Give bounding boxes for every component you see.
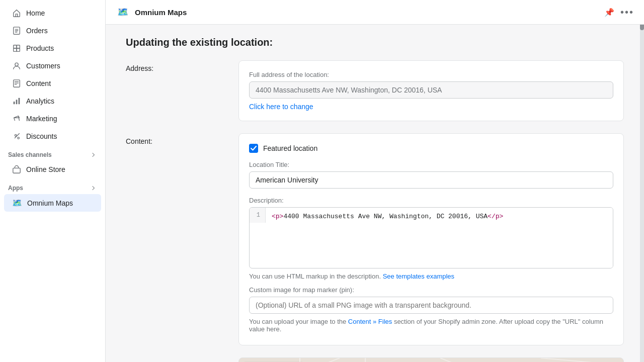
line-number-1: 1	[250, 208, 266, 223]
check-icon	[251, 146, 257, 151]
omnium-maps-icon: 🗺️	[12, 198, 22, 208]
featured-location-label: Featured location	[263, 144, 317, 152]
svg-line-21	[440, 358, 541, 362]
position-label: Position on Map:	[126, 357, 226, 362]
sidebar-label-home: Home	[26, 9, 45, 17]
sidebar: Home Orders Products Customers Content A…	[0, 0, 106, 362]
svg-rect-15	[19, 98, 20, 105]
description-helper: You can use HTML markup in the descripti…	[249, 273, 613, 280]
sidebar-label-omnium-maps: Omnium Maps	[27, 199, 73, 207]
code-text-content: 4400 Massachusetts Ave NW, Washington, D…	[283, 213, 488, 220]
map-preview: Map Satellite Wesley Theological Seminar…	[238, 357, 624, 362]
location-title-label: Location Title:	[249, 161, 613, 168]
content-card: Featured location Location Title: Descri…	[238, 133, 624, 345]
content-field-col: Featured location Location Title: Descri…	[238, 133, 624, 345]
apps-chevron-icon	[90, 185, 97, 192]
custom-image-helper: You can upload your image to the Content…	[249, 318, 613, 333]
sidebar-label-content: Content	[26, 79, 51, 87]
svg-rect-13	[14, 102, 15, 104]
main-content: 🗺️ Omnium Maps 📌 ••• Updating the existi…	[106, 0, 644, 362]
app-topbar-left: 🗺️ Omnium Maps	[116, 5, 187, 19]
products-icon	[12, 44, 21, 53]
sales-channels-section: Sales channels Online Store	[0, 145, 105, 178]
svg-rect-5	[17, 45, 20, 48]
sidebar-label-orders: Orders	[26, 27, 48, 35]
sidebar-label-products: Products	[26, 44, 54, 52]
svg-point-17	[18, 137, 20, 139]
editor-line-1: 1 <p>4400 Massachusetts Ave NW, Washingt…	[250, 208, 613, 268]
description-editor[interactable]: 1 <p>4400 Massachusetts Ave NW, Washingt…	[249, 207, 613, 268]
sidebar-item-omnium-maps[interactable]: 🗺️ Omnium Maps	[4, 194, 101, 212]
address-field-label: Full address of the location:	[249, 71, 613, 78]
more-options-icon[interactable]: •••	[620, 7, 634, 18]
svg-rect-14	[16, 100, 18, 104]
apps-section: Apps 🗺️ Omnium Maps	[0, 178, 105, 212]
svg-line-20	[239, 358, 340, 362]
address-field-col: Full address of the location: Click here…	[238, 60, 624, 121]
sidebar-item-products[interactable]: Products	[4, 40, 101, 57]
svg-rect-19	[13, 168, 20, 173]
svg-rect-4	[14, 45, 17, 48]
discounts-icon	[12, 132, 21, 141]
content-label: Content:	[126, 133, 226, 145]
app-topbar: 🗺️ Omnium Maps 📌 •••	[106, 0, 644, 25]
sidebar-label-customers: Customers	[26, 62, 60, 70]
content-icon	[12, 79, 21, 88]
analytics-icon	[12, 97, 21, 106]
custom-image-section: Custom image for map marker (pin): You c…	[249, 286, 613, 333]
see-templates-link[interactable]: See templates examples	[383, 273, 454, 280]
page-title: Updating the existing location:	[126, 37, 624, 48]
svg-rect-7	[17, 48, 20, 51]
chevron-right-icon	[90, 151, 97, 158]
sidebar-item-online-store[interactable]: Online Store	[4, 161, 101, 178]
right-scrollbar-track[interactable]	[640, 0, 644, 362]
orders-icon	[12, 26, 21, 35]
sales-channels-title: Sales channels	[0, 145, 105, 160]
description-code-content[interactable]: <p>4400 Massachusetts Ave NW, Washington…	[266, 208, 613, 268]
sidebar-label-analytics: Analytics	[26, 97, 54, 105]
position-field-col: Map Satellite Wesley Theological Seminar…	[238, 357, 624, 362]
custom-image-label: Custom image for map marker (pin):	[249, 286, 613, 294]
sidebar-item-discounts[interactable]: Discounts	[4, 128, 101, 145]
code-open-tag: <p>	[272, 213, 283, 220]
sidebar-label-online-store: Online Store	[26, 165, 65, 173]
svg-rect-6	[14, 48, 17, 51]
sidebar-label-marketing: Marketing	[26, 115, 57, 123]
featured-location-checkbox[interactable]	[249, 144, 258, 153]
marketing-icon	[12, 114, 21, 123]
content-files-link[interactable]: Content » Files	[348, 318, 392, 325]
address-label: Address:	[126, 60, 226, 72]
position-form-row: Position on Map:	[126, 357, 624, 362]
code-close-tag: </p>	[488, 213, 503, 220]
app-logo: 🗺️	[116, 5, 130, 19]
featured-location-row: Featured location	[249, 144, 613, 153]
pin-icon[interactable]: 📌	[604, 8, 614, 17]
location-title-input[interactable]	[249, 171, 613, 189]
address-form-row: Address: Full address of the location: C…	[126, 60, 624, 121]
sidebar-item-orders[interactable]: Orders	[4, 22, 101, 39]
sidebar-item-home[interactable]: Home	[4, 5, 101, 22]
sidebar-label-discounts: Discounts	[26, 132, 57, 140]
apps-title: Apps	[0, 178, 105, 194]
sidebar-item-analytics[interactable]: Analytics	[4, 93, 101, 110]
location-title-section: Location Title:	[249, 161, 613, 189]
svg-point-8	[15, 63, 18, 66]
map-background	[239, 358, 623, 362]
home-icon	[12, 9, 21, 18]
sidebar-item-customers[interactable]: Customers	[4, 57, 101, 74]
sidebar-item-content[interactable]: Content	[4, 75, 101, 92]
sidebar-item-marketing[interactable]: Marketing	[4, 110, 101, 127]
svg-point-16	[15, 134, 17, 136]
map-roads-svg	[239, 358, 623, 362]
app-title: Omnium Maps	[135, 8, 187, 17]
nav-section: Home Orders Products Customers Content A…	[0, 4, 105, 145]
address-input[interactable]	[249, 81, 613, 99]
description-section: Description: 1 <p>4400 Massachusetts Ave…	[249, 197, 613, 280]
description-label: Description:	[249, 197, 613, 204]
content-area: Updating the existing location: Address:…	[106, 25, 644, 362]
customers-icon	[12, 61, 21, 70]
app-topbar-actions: 📌 •••	[604, 7, 634, 18]
address-card: Full address of the location: Click here…	[238, 60, 624, 121]
click-here-link[interactable]: Click here to change	[249, 103, 313, 111]
custom-image-input[interactable]	[249, 297, 613, 314]
